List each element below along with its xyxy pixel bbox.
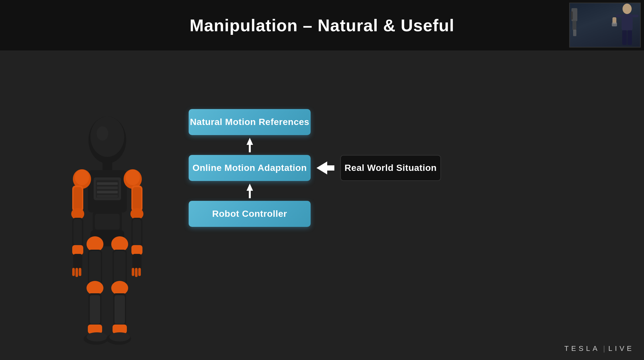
svg-point-24 <box>75 170 89 185</box>
svg-point-50 <box>87 236 103 252</box>
svg-point-56 <box>87 281 103 295</box>
presenter-inset <box>569 3 641 48</box>
svg-rect-61 <box>114 295 125 324</box>
svg-rect-59 <box>90 295 100 324</box>
presenter-figure <box>570 3 640 47</box>
svg-rect-28 <box>74 187 82 210</box>
svg-rect-3 <box>571 11 573 20</box>
svg-rect-43 <box>132 254 141 270</box>
natural-motion-box: Natural Motion References <box>189 109 311 135</box>
svg-rect-22 <box>97 195 118 198</box>
svg-point-57 <box>111 281 128 295</box>
robot-svg <box>46 116 169 360</box>
svg-rect-63 <box>113 325 127 334</box>
live-label: LIVE <box>608 344 634 353</box>
svg-marker-68 <box>247 138 253 152</box>
arrow-down-svg-1 <box>243 138 256 152</box>
svg-point-26 <box>126 170 140 185</box>
svg-rect-20 <box>97 187 118 189</box>
real-world-box: Real World Situation <box>340 155 441 181</box>
svg-rect-55 <box>114 251 126 284</box>
svg-rect-46 <box>138 268 141 276</box>
svg-point-67 <box>109 332 130 341</box>
online-motion-box: Online Motion Adaptation <box>189 155 311 181</box>
svg-rect-37 <box>72 245 83 255</box>
svg-rect-40 <box>72 268 75 276</box>
svg-rect-15 <box>102 161 112 171</box>
svg-rect-53 <box>89 251 101 284</box>
svg-marker-69 <box>316 161 334 174</box>
svg-point-4 <box>623 4 632 14</box>
robot-arm-silhouette <box>570 5 596 47</box>
robot-controller-box: Robot Controller <box>189 201 311 227</box>
svg-rect-48 <box>95 214 120 229</box>
svg-rect-39 <box>73 254 82 270</box>
tesla-label: TESLA <box>564 344 600 353</box>
svg-rect-30 <box>133 187 141 210</box>
svg-rect-19 <box>97 182 118 185</box>
svg-rect-10 <box>622 30 627 45</box>
svg-rect-38 <box>131 245 142 255</box>
svg-rect-42 <box>79 268 81 276</box>
flow-row-middle: Online Motion Adaptation Real World Situ… <box>189 155 441 181</box>
svg-rect-41 <box>75 268 78 277</box>
svg-rect-9 <box>612 22 617 26</box>
svg-rect-36 <box>133 219 141 245</box>
svg-rect-45 <box>135 268 138 277</box>
svg-marker-70 <box>247 184 253 198</box>
header-bar: Manipulation – Natural & Useful <box>0 0 644 50</box>
arrow-left-1 <box>316 161 334 174</box>
arrow-down-1 <box>189 138 311 152</box>
robot-figure-area <box>39 103 176 360</box>
slide-title: Manipulation – Natural & Useful <box>190 16 454 35</box>
svg-rect-5 <box>622 14 633 30</box>
svg-rect-21 <box>97 191 118 193</box>
tesla-watermark: TESLA | LIVE <box>564 344 634 353</box>
svg-rect-11 <box>627 30 632 45</box>
svg-rect-1 <box>572 21 576 30</box>
svg-rect-2 <box>573 30 576 36</box>
svg-point-14 <box>97 126 108 141</box>
svg-rect-34 <box>74 219 82 245</box>
arrow-left-svg <box>316 161 334 174</box>
arrow-down-2 <box>189 184 311 198</box>
svg-point-51 <box>111 236 128 252</box>
svg-rect-7 <box>633 15 638 17</box>
flowchart-container: Natural Motion References Online Motion … <box>189 109 441 227</box>
svg-rect-6 <box>616 15 622 17</box>
arrow-down-svg-2 <box>243 184 256 198</box>
person-silhouette <box>609 3 638 47</box>
content-area: Natural Motion References Online Motion … <box>0 50 644 360</box>
svg-rect-44 <box>132 268 134 276</box>
watermark-separator: | <box>603 344 605 353</box>
svg-point-65 <box>87 332 107 341</box>
svg-rect-62 <box>88 325 102 334</box>
